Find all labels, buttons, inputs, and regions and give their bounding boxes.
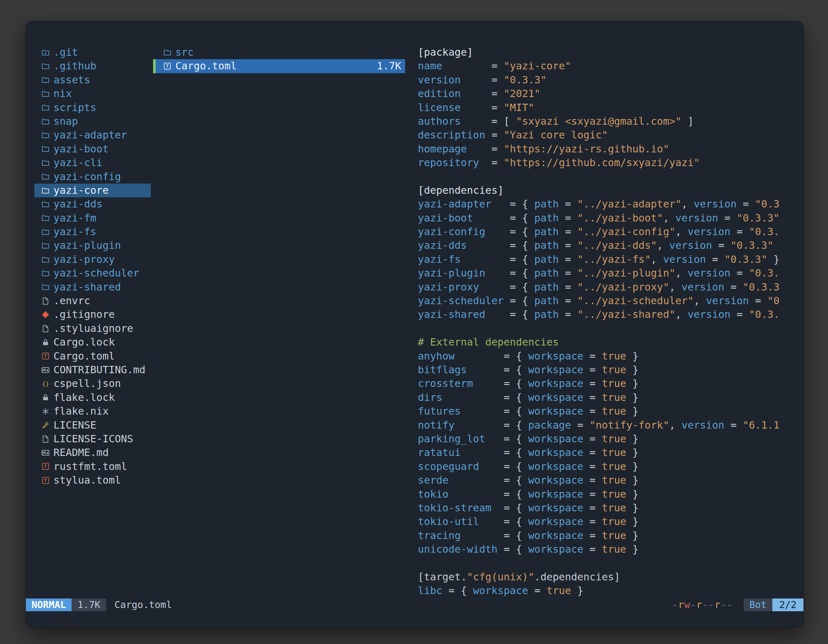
current-pane: srcCargo.toml1.7K [153,45,405,73]
item-label: yazi-fm [53,211,96,225]
parent-item-yazi-scheduler[interactable]: yazi-scheduler [34,266,151,280]
parent-item-yazi-proxy[interactable]: yazi-proxy [34,253,151,266]
item-label: rustfmt.toml [53,460,127,473]
preview-line: bitflags = { workspace = true } [418,363,794,377]
preview-line: tokio = { workspace = true } [418,487,794,501]
preview-line: libc = { workspace = true } [418,584,794,597]
parent-item-envrc[interactable]: .envrc [34,294,151,308]
folder-icon [41,76,50,84]
item-label: yazi-core [53,183,108,197]
mode-badge: NORMAL [26,599,72,611]
parent-item-stylua-toml[interactable]: stylua.toml [34,473,151,487]
preview-line: [dependencies] [418,183,794,197]
item-label: yazi-shared [53,280,121,294]
item-label: CONTRIBUTING.md [53,363,146,377]
item-label: stylua.toml [53,473,121,487]
parent-item-yazi-config[interactable]: yazi-config [34,170,151,183]
parent-item-flake-lock[interactable]: flake.lock [34,391,151,404]
item-label: Cargo.lock [53,335,115,349]
parent-item-contributing-md[interactable]: CONTRIBUTING.md [34,363,151,377]
parent-item-cargo-toml[interactable]: Cargo.toml [34,349,151,363]
preview-line: tokio-util = { workspace = true } [418,515,794,528]
markdown-icon [41,366,50,374]
parent-item-yazi-shared[interactable]: yazi-shared [34,280,151,294]
parent-item-scripts[interactable]: scripts [34,101,151,114]
nix-icon [41,407,50,415]
preview-line: name = "yazi-core" [418,59,794,73]
parent-item-git[interactable]: .git [34,45,151,59]
preview-line: homepage = "https://yazi-rs.github.io" [418,142,794,156]
folder-icon [41,62,50,71]
folder-icon [41,255,50,264]
item-label: flake.nix [53,404,108,418]
parent-item-nix[interactable]: nix [34,87,151,100]
svg-text:{}: {} [42,381,49,387]
file-size-badge: 1.7K [72,599,106,611]
item-label: src [175,45,194,59]
parent-item-snap[interactable]: snap [34,114,151,128]
item-label: yazi-fs [53,225,96,239]
parent-item-cspell-json[interactable]: {}cspell.json [34,377,151,390]
preview-line: yazi-boot = { path = "../yazi-boot", ver… [418,211,794,225]
parent-item-gitignore[interactable]: .gitignore [34,308,151,321]
preview-pane: [package]name = "yazi-core"version = "0.… [418,45,794,598]
item-label: yazi-adapter [53,128,127,142]
parent-item-yazi-boot[interactable]: yazi-boot [34,142,151,156]
parent-item-yazi-adapter[interactable]: yazi-adapter [34,128,151,142]
item-label: flake.lock [53,391,115,404]
parent-item-yazi-fs[interactable]: yazi-fs [34,225,151,239]
parent-item-rustfmt-toml[interactable]: rustfmt.toml [34,460,151,473]
status-filename: Cargo.toml [114,599,172,611]
preview-line: futures = { workspace = true } [418,404,794,418]
parent-item-license-icons[interactable]: LICENSE-ICONS [34,432,151,446]
preview-line: ratatui = { workspace = true } [418,446,794,459]
parent-item-readme-md[interactable]: README.md [34,446,151,459]
git-folder-icon [41,49,50,56]
preview-line: tokio-stream = { workspace = true } [418,501,794,515]
folder-icon [163,49,171,56]
lock-icon [41,338,50,346]
parent-item-license[interactable]: LICENSE [34,418,151,432]
item-label: .envrc [53,294,90,308]
parent-item-yazi-core[interactable]: yazi-core [34,183,151,197]
parent-item-yazi-cli[interactable]: yazi-cli [34,156,151,169]
folder-icon [41,283,50,291]
selection-marker [153,59,155,73]
parent-item-yazi-fm[interactable]: yazi-fm [34,211,151,225]
item-label: Cargo.toml [53,349,115,363]
parent-item-flake-nix[interactable]: flake.nix [34,404,151,418]
preview-line: dirs = { workspace = true } [418,391,794,404]
folder-icon [41,241,50,250]
current-item-src[interactable]: src [153,45,405,59]
item-label: .github [53,59,96,73]
parent-item-yazi-plugin[interactable]: yazi-plugin [34,239,151,252]
item-label: yazi-dds [53,197,102,211]
preview-line: yazi-scheduler = { path = "../yazi-sched… [418,294,794,308]
folder-icon [41,200,50,208]
preview-line: yazi-shared = { path = "../yazi-shared",… [418,308,794,321]
item-label: nix [53,87,72,100]
toml-icon [41,476,50,484]
item-label: .gitignore [53,308,115,321]
parent-item-github[interactable]: .github [34,59,151,73]
item-label: scripts [53,101,96,114]
file-manager-content: .git.githubassetsnixscriptssnapyazi-adap… [26,21,803,599]
parent-item-yazi-dds[interactable]: yazi-dds [34,197,151,211]
item-size: 1.7K [377,59,401,73]
parent-item-styluaignore[interactable]: .styluaignore [34,322,151,335]
item-label: Cargo.toml [175,59,237,73]
folder-icon [41,131,50,139]
counter-badge: 2/2 [772,599,803,611]
file-icon [41,297,50,305]
preview-line: yazi-plugin = { path = "../yazi-plugin",… [418,266,794,280]
current-item-cargo-toml[interactable]: Cargo.toml1.7K [153,59,405,73]
folder-icon [41,172,50,181]
parent-item-assets[interactable]: assets [34,73,151,87]
toml-icon [41,352,50,360]
item-label: cspell.json [53,377,121,390]
status-right: -rw-r--r-- Bot 2/2 [672,599,803,611]
parent-item-cargo-lock[interactable]: Cargo.lock [34,335,151,349]
item-label: LICENSE [53,418,96,432]
preview-line: serde = { workspace = true } [418,473,794,487]
preview-line: unicode-width = { workspace = true } [418,542,794,556]
